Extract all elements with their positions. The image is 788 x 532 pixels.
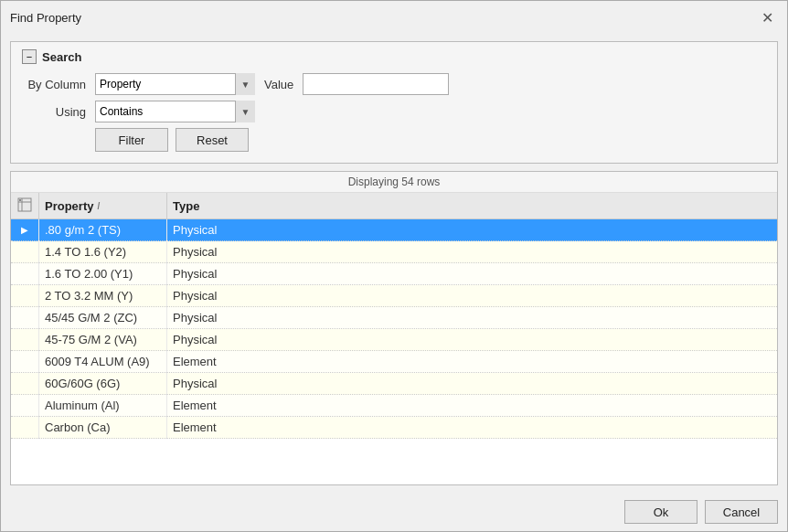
by-column-label: By Column: [22, 78, 86, 91]
title-bar: Find Property ✕: [1, 1, 787, 34]
filter-button[interactable]: Filter: [95, 128, 168, 152]
row-indicator: [11, 307, 39, 329]
using-row: Using Contains Equals Starts With ▼: [22, 101, 766, 122]
table-row[interactable]: 1.6 TO 2.00 (Y1)Physical: [11, 263, 777, 285]
row-property: 1.4 TO 1.6 (Y2): [39, 241, 167, 263]
row-type: Physical: [167, 219, 778, 241]
ok-button[interactable]: Ok: [624, 500, 697, 524]
group-header: − Search: [22, 49, 766, 64]
th-type-label: Type: [173, 199, 199, 213]
table-header-icon: [16, 197, 33, 213]
row-type: Element: [167, 351, 778, 373]
table-row[interactable]: 45-75 G/M 2 (VA)Physical: [11, 329, 777, 351]
row-property: 2 TO 3.2 MM (Y): [39, 285, 167, 307]
cancel-button[interactable]: Cancel: [705, 500, 778, 524]
table-body: ▶.80 g/m 2 (TS)Physical1.4 TO 1.6 (Y2)Ph…: [11, 219, 777, 439]
close-button[interactable]: ✕: [756, 6, 778, 28]
dialog-footer: Ok Cancel: [1, 493, 787, 531]
table-row[interactable]: 6009 T4 ALUM (A9)Element: [11, 351, 777, 373]
find-property-dialog: Find Property ✕ − Search By Column Prope…: [0, 0, 788, 532]
row-indicator: [11, 351, 39, 373]
table-row[interactable]: Aluminum (Al)Element: [11, 395, 777, 417]
row-property: 45-75 G/M 2 (VA): [39, 329, 167, 351]
row-type: Element: [167, 417, 778, 439]
row-indicator: [11, 373, 39, 395]
row-property: 45/45 G/M 2 (ZC): [39, 307, 167, 329]
table-wrapper[interactable]: Property / Type ▶.80 g/m 2 (TS)Physical1…: [11, 193, 777, 484]
table-row[interactable]: 60G/60G (6G)Physical: [11, 373, 777, 395]
row-type: Physical: [167, 285, 778, 307]
reset-button[interactable]: Reset: [176, 128, 249, 152]
svg-rect-3: [19, 199, 21, 201]
collapse-button[interactable]: −: [22, 49, 37, 64]
row-property: .80 g/m 2 (TS): [39, 219, 167, 241]
results-table-section: Displaying 54 rows: [10, 171, 778, 485]
dialog-body: − Search By Column Property Type ▼ Value…: [1, 34, 787, 493]
value-input[interactable]: [303, 73, 449, 95]
row-indicator: [11, 285, 39, 307]
value-label: Value: [264, 78, 293, 91]
sort-icon: /: [97, 201, 100, 211]
th-type: Type: [167, 193, 778, 219]
row-indicator: ▶: [11, 219, 39, 241]
row-property: 6009 T4 ALUM (A9): [39, 351, 167, 373]
table-row[interactable]: ▶.80 g/m 2 (TS)Physical: [11, 219, 777, 241]
using-label: Using: [22, 105, 86, 119]
action-buttons-row: Filter Reset: [95, 128, 766, 152]
row-property: Carbon (Ca): [39, 417, 167, 439]
by-column-row: By Column Property Type ▼ Value: [22, 73, 766, 95]
row-indicator: [11, 417, 39, 439]
row-indicator: [11, 329, 39, 351]
table-row[interactable]: 2 TO 3.2 MM (Y)Physical: [11, 285, 777, 307]
table-row[interactable]: 45/45 G/M 2 (ZC)Physical: [11, 307, 777, 329]
th-indicator: [11, 193, 39, 219]
row-type: Element: [167, 395, 778, 417]
row-property: 1.6 TO 2.00 (Y1): [39, 263, 167, 285]
group-label: Search: [42, 50, 81, 64]
row-indicator: [11, 395, 39, 417]
row-count-info: Displaying 54 rows: [11, 172, 777, 193]
row-indicator: [11, 263, 39, 285]
row-type: Physical: [167, 263, 778, 285]
column-select-wrapper: Property Type ▼: [95, 73, 255, 95]
table-header-row: Property / Type: [11, 193, 777, 219]
row-type: Physical: [167, 329, 778, 351]
row-indicator: [11, 241, 39, 263]
row-property: 60G/60G (6G): [39, 373, 167, 395]
column-select[interactable]: Property Type: [95, 73, 255, 95]
using-select-wrapper: Contains Equals Starts With ▼: [95, 101, 255, 122]
th-property-label: Property: [45, 199, 93, 213]
table-row[interactable]: 1.4 TO 1.6 (Y2)Physical: [11, 241, 777, 263]
th-property: Property /: [39, 193, 167, 219]
dialog-title: Find Property: [10, 11, 81, 25]
row-type: Physical: [167, 307, 778, 329]
row-property: Aluminum (Al): [39, 395, 167, 417]
search-group: − Search By Column Property Type ▼ Value…: [10, 41, 778, 164]
row-type: Physical: [167, 241, 778, 263]
table-row[interactable]: Carbon (Ca)Element: [11, 417, 777, 439]
row-type: Physical: [167, 373, 778, 395]
results-table: Property / Type ▶.80 g/m 2 (TS)Physical1…: [11, 193, 777, 439]
using-select[interactable]: Contains Equals Starts With: [95, 101, 255, 122]
